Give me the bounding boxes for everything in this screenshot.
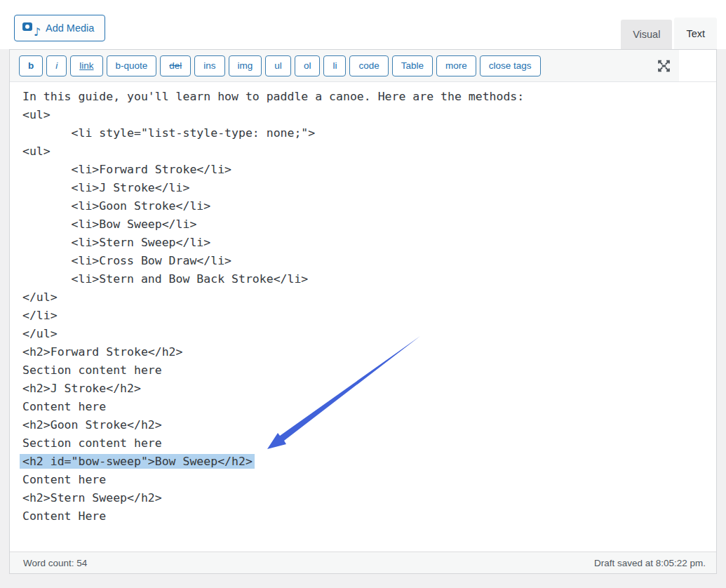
fullscreen-expand-icon [657, 58, 671, 73]
text-tab-extension [679, 50, 716, 81]
code-line: <h2>Forward Stroke</h2> [22, 343, 716, 361]
code-line: <li>Stern and Bow Back Stroke</li> [22, 270, 716, 288]
code-line: <ul> [22, 106, 716, 124]
qt-button-b-quote[interactable]: b-quote [107, 55, 157, 76]
code-line: <h2 id="bow-sweep">Bow Sweep</h2> [22, 453, 716, 471]
qt-button-b[interactable]: b [19, 55, 43, 76]
add-media-label: Add Media [46, 22, 94, 34]
qt-button-table[interactable]: Table [392, 55, 433, 76]
code-line: Section content here [22, 361, 716, 380]
code-line: Content here [22, 398, 716, 416]
qt-button-img[interactable]: img [229, 55, 262, 76]
code-line: In this guide, you'll learn how to paddl… [22, 88, 716, 106]
qt-button-close-tags[interactable]: close tags [480, 55, 541, 76]
text-editor-area[interactable]: In this guide, you'll learn how to paddl… [10, 82, 716, 553]
qt-button-i[interactable]: i [46, 55, 67, 76]
code-line: </ul> [22, 325, 716, 343]
code-line: <h2>J Stroke</h2> [22, 380, 716, 398]
code-line: <li>Bow Sweep</li> [22, 215, 716, 234]
code-line: <ul> [22, 142, 716, 161]
editor-tools-bar: ♪ Add Media Visual Text [0, 0, 726, 49]
status-bar: Word count: 54 Draft saved at 8:05:22 pm… [10, 552, 716, 573]
qt-button-code[interactable]: code [349, 55, 388, 76]
code-line: <li>Stern Sweep</li> [22, 234, 716, 252]
code-line: Content Here [22, 507, 716, 526]
selected-code-text: <h2 id="bow-sweep">Bow Sweep</h2> [20, 454, 255, 469]
code-line: <li>Goon Stroke</li> [22, 197, 716, 215]
music-note-icon: ♪ [34, 27, 41, 38]
qt-button-more[interactable]: more [436, 55, 476, 76]
qt-button-ins[interactable]: ins [194, 55, 224, 76]
qt-button-li[interactable]: li [323, 55, 346, 76]
code-line: <li>Forward Stroke</li> [22, 161, 716, 179]
word-count: Word count: 54 [23, 558, 87, 568]
code-line: </ul> [22, 288, 716, 307]
code-line: <li>J Stroke</li> [22, 179, 716, 197]
code-line: <li style="list-style-type: none;"> [22, 124, 716, 142]
code-line: Content here [22, 471, 716, 489]
qt-button-ul[interactable]: ul [265, 55, 291, 76]
editor-mode-tabs: Visual Text [621, 18, 717, 49]
editor-lines: In this guide, you'll learn how to paddl… [22, 88, 716, 526]
quicktags-toolbar: bilinkb-quotedelinsimgulollicodeTablemor… [10, 50, 716, 82]
fullscreen-button[interactable] [655, 57, 673, 74]
editor-container: bilinkb-quotedelinsimgulollicodeTablemor… [9, 49, 717, 574]
camera-icon [22, 22, 32, 31]
code-line: </li> [22, 307, 716, 325]
media-icon: ♪ [22, 22, 39, 35]
draft-saved-status: Draft saved at 8:05:22 pm. [594, 558, 706, 568]
code-line: <h2>Stern Sweep</h2> [22, 489, 716, 507]
qt-button-link[interactable]: link [70, 55, 102, 76]
tab-text[interactable]: Text [674, 18, 717, 49]
add-media-button[interactable]: ♪ Add Media [14, 15, 105, 41]
code-line: Section content here [22, 434, 716, 453]
qt-button-del[interactable]: del [160, 55, 191, 76]
code-line: <li>Cross Bow Draw</li> [22, 252, 716, 270]
code-line: <h2>Goon Stroke</h2> [22, 416, 716, 434]
tab-visual[interactable]: Visual [621, 20, 672, 49]
qt-button-ol[interactable]: ol [295, 55, 321, 76]
